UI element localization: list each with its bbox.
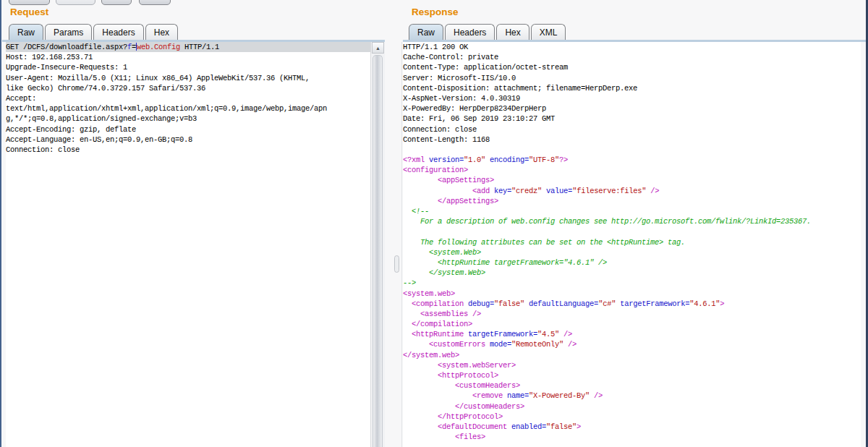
- request-line: like Gecko) Chrome/74.0.3729.157 Safari/…: [6, 83, 370, 93]
- scroll-up-icon[interactable]: ▲: [372, 42, 384, 54]
- response-line: The following attributes can be set on t…: [403, 237, 861, 247]
- response-line: <!--: [403, 206, 861, 216]
- response-line: </appSettings>: [403, 196, 861, 206]
- response-line: HTTP/1.1 200 OK: [403, 42, 861, 52]
- response-line: <appSettings>: [403, 175, 861, 185]
- response-line: <httpRuntime targetFramework="4.5" />: [403, 329, 861, 339]
- response-line: Content-Type: application/octet-stream: [403, 62, 861, 72]
- response-line: <httpProtocol>: [403, 370, 861, 380]
- response-editor[interactable]: HTTP/1.1 200 OKCache-Control: privateCon…: [403, 42, 861, 447]
- request-tabbar: RawParamsHeadersHex: [9, 24, 179, 40]
- response-line: <customErrors mode="RemoteOnly" />: [403, 339, 861, 349]
- response-line: -->: [403, 278, 861, 288]
- response-line: <system.Web>: [403, 247, 861, 257]
- response-tab-raw[interactable]: Raw: [409, 24, 443, 40]
- request-scrollbar[interactable]: ▲: [370, 42, 385, 447]
- request-scrollbar-thumb[interactable]: [373, 55, 383, 447]
- response-line: <customHeaders>: [403, 380, 861, 391]
- request-line: Accept:: [6, 93, 370, 103]
- toolbar-button-3[interactable]: [101, 0, 132, 5]
- request-panel-title: Request: [10, 7, 48, 17]
- request-tab-params[interactable]: Params: [45, 24, 92, 40]
- response-line: </compilation>: [403, 319, 861, 329]
- response-tab-hex[interactable]: Hex: [496, 24, 529, 40]
- toolbar-button-2[interactable]: [56, 0, 95, 5]
- window-left-edge: [0, 0, 1, 447]
- toolbar-button-1[interactable]: [9, 0, 50, 5]
- response-line: <configuration>: [403, 165, 861, 175]
- response-tabbar: RawHeadersHexXML: [409, 24, 567, 40]
- response-line: </httpProtocol>: [403, 412, 861, 422]
- request-line: Upgrade-Insecure-Requests: 1: [6, 62, 370, 72]
- request-editor[interactable]: GET /DCFS/downloadfile.aspx?f=web.Config…: [6, 42, 370, 447]
- response-line: </customHeaders>: [403, 401, 861, 412]
- response-line: <?xml version="1.0" encoding="UTF-8"?>: [403, 155, 861, 165]
- request-line: Accept-Encoding: gzip, deflate: [6, 124, 370, 135]
- response-line: X-AspNet-Version: 4.0.30319: [403, 93, 861, 103]
- response-tab-xml[interactable]: XML: [531, 24, 566, 40]
- response-line: <assemblies />: [403, 309, 861, 319]
- request-line: g,*/*;q=0.8,application/signed-exchange;…: [6, 114, 370, 124]
- request-line: GET /DCFS/downloadfile.aspx?f=web.Config…: [6, 42, 370, 52]
- response-line: Content-Length: 1168: [403, 135, 861, 145]
- request-line: Host: 192.168.253.71: [6, 52, 370, 62]
- response-panel-title: Response: [412, 7, 459, 17]
- response-line: For a description of web.config changes …: [403, 216, 861, 226]
- response-panel-divider: [401, 42, 402, 447]
- request-line: Accept-Language: en-US,en;q=0.9,en-GB;q=…: [6, 135, 370, 145]
- response-line: <httpRuntime targetFramework="4.6.1" />: [403, 257, 861, 268]
- panel-splitter-handle[interactable]: [394, 255, 399, 273]
- response-line: <remove name="X-Powered-By" />: [403, 391, 861, 401]
- request-line: User-Agent: Mozilla/5.0 (X11; Linux x86_…: [6, 73, 370, 83]
- response-line: <system.webServer>: [403, 360, 861, 370]
- response-line: <system.web>: [403, 289, 861, 299]
- response-line: Cache-Control: private: [403, 52, 861, 62]
- response-line: </system.Web>: [403, 268, 861, 278]
- request-tab-headers[interactable]: Headers: [93, 24, 143, 40]
- toolbar-button-4[interactable]: [139, 0, 171, 5]
- request-tab-raw[interactable]: Raw: [9, 24, 43, 40]
- response-line: [403, 226, 861, 237]
- response-line: [403, 145, 861, 155]
- request-line: text/html,application/xhtml+xml,applicat…: [6, 103, 370, 114]
- request-tab-hex[interactable]: Hex: [145, 24, 178, 40]
- request-line: Connection: close: [6, 145, 370, 155]
- response-line: Connection: close: [403, 124, 861, 135]
- response-line: <files>: [403, 432, 861, 442]
- response-line: <defaultDocument enabled="false">: [403, 422, 861, 432]
- response-line: Date: Fri, 06 Sep 2019 23:10:27 GMT: [403, 114, 861, 124]
- response-line: <add key="credz" value="fileserve:files"…: [403, 186, 861, 196]
- response-tab-headers[interactable]: Headers: [445, 24, 495, 40]
- response-line: <compilation debug="false" defaultLangua…: [403, 299, 861, 309]
- response-line: Content-Disposition: attachment; filenam…: [403, 83, 861, 93]
- response-line: Server: Microsoft-IIS/10.0: [403, 73, 861, 83]
- response-line: </system.web>: [403, 350, 861, 360]
- response-line: X-PoweredBy: HerpDerp8234DerpHerp: [403, 103, 861, 114]
